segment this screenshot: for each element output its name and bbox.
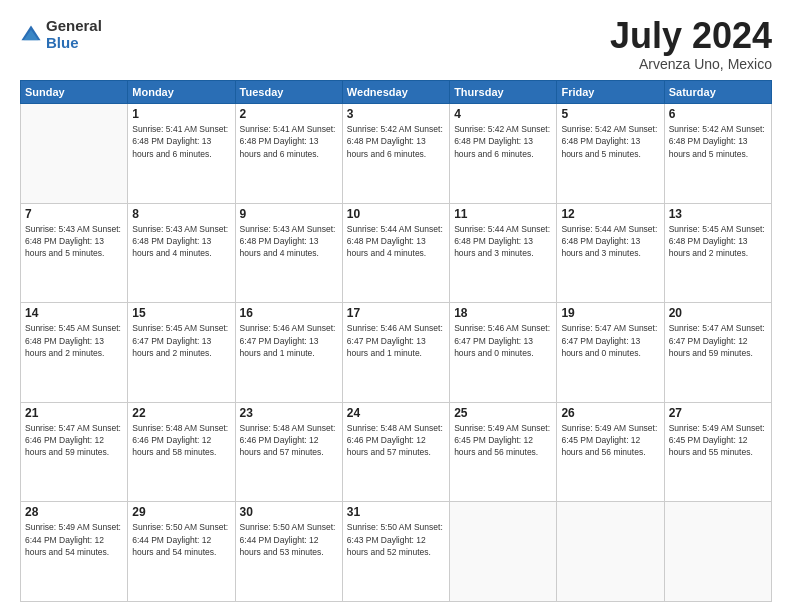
day-number: 5: [561, 107, 659, 121]
day-info: Sunrise: 5:44 AM Sunset: 6:48 PM Dayligh…: [561, 223, 659, 260]
logo-general: General: [46, 18, 102, 35]
day-info: Sunrise: 5:50 AM Sunset: 6:43 PM Dayligh…: [347, 521, 445, 558]
day-number: 18: [454, 306, 552, 320]
day-number: 15: [132, 306, 230, 320]
header-friday: Friday: [557, 81, 664, 104]
calendar-cell: 19Sunrise: 5:47 AM Sunset: 6:47 PM Dayli…: [557, 303, 664, 403]
day-info: Sunrise: 5:44 AM Sunset: 6:48 PM Dayligh…: [454, 223, 552, 260]
header-monday: Monday: [128, 81, 235, 104]
day-info: Sunrise: 5:49 AM Sunset: 6:45 PM Dayligh…: [454, 422, 552, 459]
logo-text: General Blue: [46, 18, 102, 51]
day-number: 9: [240, 207, 338, 221]
calendar-cell: 4Sunrise: 5:42 AM Sunset: 6:48 PM Daylig…: [450, 104, 557, 204]
day-info: Sunrise: 5:42 AM Sunset: 6:48 PM Dayligh…: [454, 123, 552, 160]
day-info: Sunrise: 5:45 AM Sunset: 6:48 PM Dayligh…: [25, 322, 123, 359]
day-info: Sunrise: 5:42 AM Sunset: 6:48 PM Dayligh…: [669, 123, 767, 160]
title-block: July 2024 Arvenza Uno, Mexico: [610, 18, 772, 72]
calendar-cell: 11Sunrise: 5:44 AM Sunset: 6:48 PM Dayli…: [450, 203, 557, 303]
day-info: Sunrise: 5:42 AM Sunset: 6:48 PM Dayligh…: [561, 123, 659, 160]
day-number: 16: [240, 306, 338, 320]
day-info: Sunrise: 5:43 AM Sunset: 6:48 PM Dayligh…: [240, 223, 338, 260]
day-number: 7: [25, 207, 123, 221]
calendar-cell: 20Sunrise: 5:47 AM Sunset: 6:47 PM Dayli…: [664, 303, 771, 403]
calendar-cell: 12Sunrise: 5:44 AM Sunset: 6:48 PM Dayli…: [557, 203, 664, 303]
day-info: Sunrise: 5:41 AM Sunset: 6:48 PM Dayligh…: [240, 123, 338, 160]
day-info: Sunrise: 5:43 AM Sunset: 6:48 PM Dayligh…: [25, 223, 123, 260]
day-info: Sunrise: 5:50 AM Sunset: 6:44 PM Dayligh…: [132, 521, 230, 558]
calendar-table: Sunday Monday Tuesday Wednesday Thursday…: [20, 80, 772, 602]
calendar-week-row: 14Sunrise: 5:45 AM Sunset: 6:48 PM Dayli…: [21, 303, 772, 403]
header-sunday: Sunday: [21, 81, 128, 104]
day-number: 13: [669, 207, 767, 221]
day-number: 30: [240, 505, 338, 519]
day-number: 28: [25, 505, 123, 519]
day-info: Sunrise: 5:44 AM Sunset: 6:48 PM Dayligh…: [347, 223, 445, 260]
day-number: 17: [347, 306, 445, 320]
calendar-cell: [557, 502, 664, 602]
day-number: 10: [347, 207, 445, 221]
calendar-cell: 2Sunrise: 5:41 AM Sunset: 6:48 PM Daylig…: [235, 104, 342, 204]
day-number: 22: [132, 406, 230, 420]
day-number: 23: [240, 406, 338, 420]
day-number: 29: [132, 505, 230, 519]
day-info: Sunrise: 5:47 AM Sunset: 6:46 PM Dayligh…: [25, 422, 123, 459]
calendar-cell: 16Sunrise: 5:46 AM Sunset: 6:47 PM Dayli…: [235, 303, 342, 403]
calendar-cell: 3Sunrise: 5:42 AM Sunset: 6:48 PM Daylig…: [342, 104, 449, 204]
page: General Blue July 2024 Arvenza Uno, Mexi…: [0, 0, 792, 612]
day-info: Sunrise: 5:46 AM Sunset: 6:47 PM Dayligh…: [454, 322, 552, 359]
calendar-cell: 1Sunrise: 5:41 AM Sunset: 6:48 PM Daylig…: [128, 104, 235, 204]
calendar-cell: 15Sunrise: 5:45 AM Sunset: 6:47 PM Dayli…: [128, 303, 235, 403]
day-info: Sunrise: 5:48 AM Sunset: 6:46 PM Dayligh…: [347, 422, 445, 459]
calendar-cell: 31Sunrise: 5:50 AM Sunset: 6:43 PM Dayli…: [342, 502, 449, 602]
header-wednesday: Wednesday: [342, 81, 449, 104]
day-info: Sunrise: 5:49 AM Sunset: 6:45 PM Dayligh…: [561, 422, 659, 459]
day-info: Sunrise: 5:49 AM Sunset: 6:45 PM Dayligh…: [669, 422, 767, 459]
day-number: 1: [132, 107, 230, 121]
day-info: Sunrise: 5:47 AM Sunset: 6:47 PM Dayligh…: [561, 322, 659, 359]
calendar-cell: 22Sunrise: 5:48 AM Sunset: 6:46 PM Dayli…: [128, 402, 235, 502]
day-number: 8: [132, 207, 230, 221]
calendar-week-row: 7Sunrise: 5:43 AM Sunset: 6:48 PM Daylig…: [21, 203, 772, 303]
calendar-cell: 30Sunrise: 5:50 AM Sunset: 6:44 PM Dayli…: [235, 502, 342, 602]
day-number: 6: [669, 107, 767, 121]
calendar-cell: 14Sunrise: 5:45 AM Sunset: 6:48 PM Dayli…: [21, 303, 128, 403]
calendar-week-row: 21Sunrise: 5:47 AM Sunset: 6:46 PM Dayli…: [21, 402, 772, 502]
logo-icon: [20, 24, 42, 46]
calendar-week-row: 1Sunrise: 5:41 AM Sunset: 6:48 PM Daylig…: [21, 104, 772, 204]
calendar-cell: 27Sunrise: 5:49 AM Sunset: 6:45 PM Dayli…: [664, 402, 771, 502]
day-number: 14: [25, 306, 123, 320]
logo-blue: Blue: [46, 35, 102, 52]
calendar-cell: 8Sunrise: 5:43 AM Sunset: 6:48 PM Daylig…: [128, 203, 235, 303]
calendar-cell: 6Sunrise: 5:42 AM Sunset: 6:48 PM Daylig…: [664, 104, 771, 204]
calendar-cell: 9Sunrise: 5:43 AM Sunset: 6:48 PM Daylig…: [235, 203, 342, 303]
calendar-cell: 28Sunrise: 5:49 AM Sunset: 6:44 PM Dayli…: [21, 502, 128, 602]
calendar-cell: 13Sunrise: 5:45 AM Sunset: 6:48 PM Dayli…: [664, 203, 771, 303]
day-number: 11: [454, 207, 552, 221]
day-info: Sunrise: 5:43 AM Sunset: 6:48 PM Dayligh…: [132, 223, 230, 260]
calendar-cell: 29Sunrise: 5:50 AM Sunset: 6:44 PM Dayli…: [128, 502, 235, 602]
calendar-cell: [450, 502, 557, 602]
day-number: 12: [561, 207, 659, 221]
day-number: 24: [347, 406, 445, 420]
day-number: 4: [454, 107, 552, 121]
title-month: July 2024: [610, 18, 772, 54]
calendar-cell: 10Sunrise: 5:44 AM Sunset: 6:48 PM Dayli…: [342, 203, 449, 303]
calendar-cell: 17Sunrise: 5:46 AM Sunset: 6:47 PM Dayli…: [342, 303, 449, 403]
header-tuesday: Tuesday: [235, 81, 342, 104]
calendar-cell: 21Sunrise: 5:47 AM Sunset: 6:46 PM Dayli…: [21, 402, 128, 502]
day-info: Sunrise: 5:50 AM Sunset: 6:44 PM Dayligh…: [240, 521, 338, 558]
day-info: Sunrise: 5:48 AM Sunset: 6:46 PM Dayligh…: [240, 422, 338, 459]
calendar-cell: 5Sunrise: 5:42 AM Sunset: 6:48 PM Daylig…: [557, 104, 664, 204]
day-info: Sunrise: 5:45 AM Sunset: 6:48 PM Dayligh…: [669, 223, 767, 260]
calendar-week-row: 28Sunrise: 5:49 AM Sunset: 6:44 PM Dayli…: [21, 502, 772, 602]
day-info: Sunrise: 5:46 AM Sunset: 6:47 PM Dayligh…: [240, 322, 338, 359]
day-number: 3: [347, 107, 445, 121]
calendar-cell: 24Sunrise: 5:48 AM Sunset: 6:46 PM Dayli…: [342, 402, 449, 502]
calendar-cell: 7Sunrise: 5:43 AM Sunset: 6:48 PM Daylig…: [21, 203, 128, 303]
header: General Blue July 2024 Arvenza Uno, Mexi…: [20, 18, 772, 72]
day-info: Sunrise: 5:47 AM Sunset: 6:47 PM Dayligh…: [669, 322, 767, 359]
calendar-cell: 25Sunrise: 5:49 AM Sunset: 6:45 PM Dayli…: [450, 402, 557, 502]
day-info: Sunrise: 5:48 AM Sunset: 6:46 PM Dayligh…: [132, 422, 230, 459]
calendar-header-row: Sunday Monday Tuesday Wednesday Thursday…: [21, 81, 772, 104]
day-info: Sunrise: 5:42 AM Sunset: 6:48 PM Dayligh…: [347, 123, 445, 160]
